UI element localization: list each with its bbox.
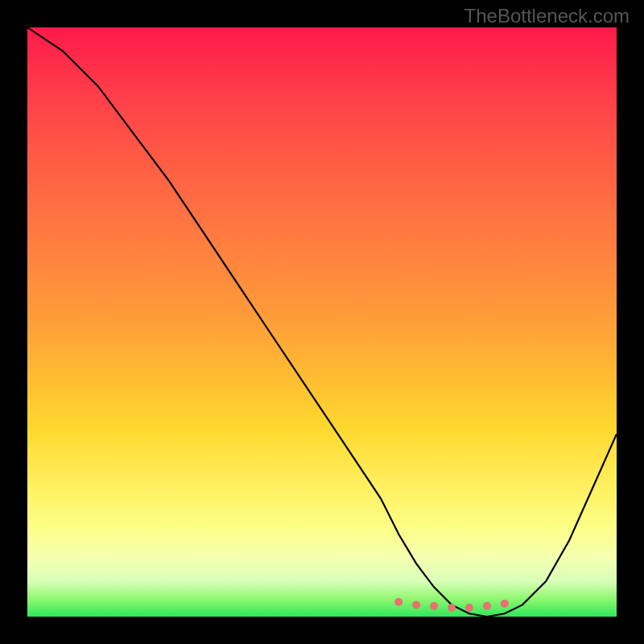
marker-dot bbox=[483, 602, 491, 610]
bottleneck-curve bbox=[27, 27, 617, 617]
marker-dot bbox=[448, 604, 456, 612]
marker-dot bbox=[430, 602, 438, 610]
optimal-zone-markers bbox=[394, 598, 509, 612]
marker-dot bbox=[412, 601, 420, 609]
chart-svg bbox=[27, 27, 617, 617]
plot-area bbox=[27, 27, 617, 617]
marker-dot bbox=[394, 598, 402, 606]
marker-dot bbox=[501, 600, 509, 608]
marker-dot bbox=[465, 604, 473, 612]
watermark-text: TheBottleneck.com bbox=[464, 5, 630, 27]
